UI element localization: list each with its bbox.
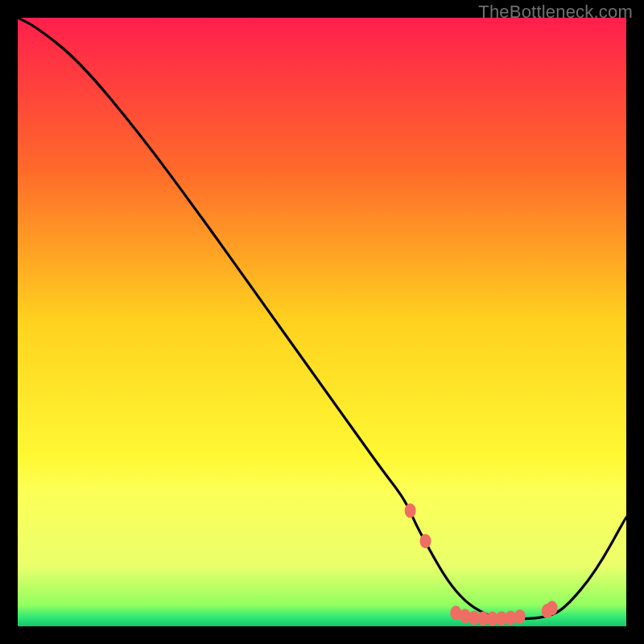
- gradient-background: [18, 18, 626, 626]
- watermark-text: TheBottleneck.com: [478, 2, 633, 23]
- chart-frame: [18, 18, 626, 626]
- marker-dot: [405, 503, 416, 518]
- marker-dot: [420, 534, 431, 548]
- bottleneck-curve-chart: [18, 18, 626, 626]
- marker-dot: [547, 601, 558, 615]
- marker-dot: [514, 609, 526, 624]
